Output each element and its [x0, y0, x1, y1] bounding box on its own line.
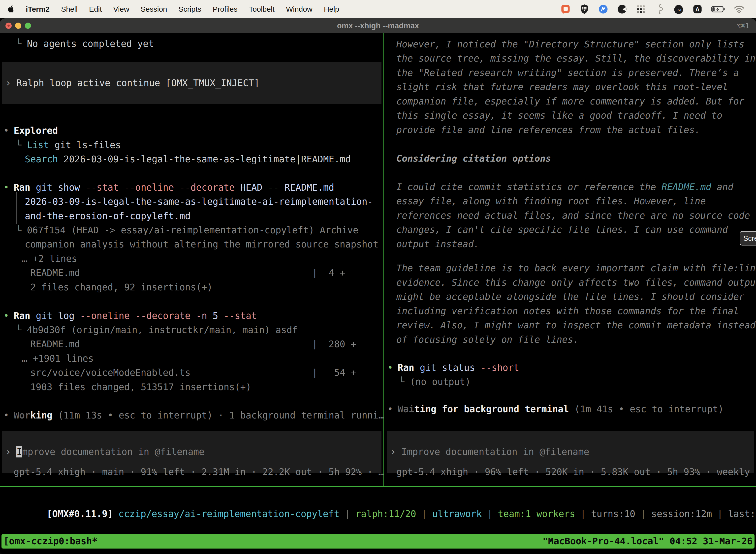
blue-badge-icon[interactable]: [598, 4, 609, 15]
git-log-more-lines: … +1901 lines: [22, 351, 94, 366]
iterm-window: omx --xhigh --madmax ⌥⌘1 └ No agents com…: [0, 18, 756, 554]
prompt-placeholder: Improve documentation in @filename: [401, 447, 589, 457]
ran-git-log-command: •Ran git log --oneline --decorate -n 5 -…: [3, 309, 257, 323]
git-log-output-line: └ 4b9d30f (origin/main, instructkr/main,…: [16, 323, 298, 337]
git-show-output-line: └ 067f154 (HEAD -> essay/ai-reimplementa…: [16, 223, 359, 237]
reasoning-text-line: evidence. Since this change only affects…: [396, 276, 756, 290]
explored-list-line: └ List git ls-files: [16, 138, 121, 152]
shield-grid-icon[interactable]: [579, 4, 590, 15]
reasoning-text-line: review. Also, I might want to inspect th…: [396, 318, 756, 332]
menu-item-profiles[interactable]: Profiles: [212, 5, 237, 13]
readme-file-link[interactable]: README.md: [662, 182, 711, 192]
ran-git-show-command: •Ran git show --stat --oneline --decorat…: [3, 180, 334, 195]
queued-message-text: Ralph loop active continue [OMX_TMUX_INJ…: [16, 78, 259, 88]
apple-logo-icon[interactable]: [7, 4, 14, 15]
terminal-content: └ No agents completed yet › Ralph loop a…: [0, 33, 756, 554]
prompt-placeholder: mprove documentation in @filename: [22, 447, 204, 457]
git-show-more-lines: … +2 lines: [22, 252, 77, 266]
reasoning-text-line: references need actual files, and since …: [396, 209, 750, 223]
window-title-bar: omx --xhigh --madmax ⌥⌘1: [0, 18, 756, 33]
reasoning-heading: Considering citation options: [396, 151, 551, 166]
reasoning-text-line: essay file, along with finding root file…: [396, 194, 706, 208]
git-log-stat-line: README.md | 280 +: [30, 337, 356, 351]
dark-disc-icon[interactable]: [617, 4, 628, 15]
reasoning-text-line: companion file, especially if more comme…: [396, 94, 744, 108]
queued-message-box-left[interactable]: › Ralph loop active continue [OMX_TMUX_I…: [2, 62, 381, 104]
reasoning-text-line: including verification notes with those …: [396, 304, 739, 318]
tmux-host-clock: "MacBook-Pro-44.local" 04:52 31-Mar-26: [543, 534, 753, 549]
omx-branch-path: cczip/essay/ai-reimplementation-copyleft: [119, 509, 339, 519]
omx-turns-counter: turns:10: [591, 509, 635, 519]
git-show-stat-line: README.md | 4 +: [30, 266, 345, 280]
explored-search-line: Search 2026-03-09-is-legal-the-same-as-l…: [25, 152, 351, 166]
screen-share-icon[interactable]: [560, 4, 571, 15]
prompt-chevron-icon: ›: [5, 78, 11, 88]
screen-sharing-tooltip: Scre: [740, 231, 756, 245]
window-title: omx --xhigh --madmax: [0, 18, 756, 33]
menu-item-window[interactable]: Window: [286, 5, 313, 13]
reasoning-text-line: the source tree, missing the essay. Stil…: [396, 51, 756, 65]
prompt-chevron-icon: ›: [390, 447, 396, 457]
tmux-status-bar: [omx-cczip0:bash* "MacBook-Pro-44.local"…: [1, 534, 755, 549]
prompt-chevron-icon: ›: [5, 447, 11, 457]
menu-item-view[interactable]: View: [113, 5, 129, 13]
reasoning-text-line: slight risk that future readers may over…: [396, 80, 728, 94]
omx-ultrawork-badge: ultrawork: [432, 509, 482, 519]
reasoning-text-line: I could cite commit statistics or refere…: [396, 180, 734, 194]
window-shortcut-badge: ⌥⌘1: [737, 18, 750, 33]
git-show-output-line: companion analysis without altering the …: [25, 237, 378, 252]
working-status-line: •Working (11m 13s • esc to interrupt) · …: [3, 408, 384, 423]
reasoning-text-line: However, I noticed the "Directory Struct…: [396, 37, 744, 51]
desktop-screen: iTerm2 Shell Edit View Session Scripts P…: [0, 0, 756, 554]
reasoning-text-line: output instead.: [396, 237, 479, 251]
command-continuation-line: and-the-erosion-of-copyleft.md: [25, 209, 190, 223]
reasoning-text-line: this single essay, it seems like a good …: [396, 108, 722, 123]
reasoning-text-line: the "Related research writing" section i…: [396, 66, 739, 80]
model-status-line-left: gpt-5.4 xhigh · main · 91% left · 2.31M …: [14, 465, 384, 479]
text-cursor: I: [16, 446, 22, 457]
git-show-summary-line: 2 files changed, 92 insertions(+): [30, 280, 212, 294]
svg-text:A: A: [695, 6, 700, 13]
omx-last-activity: last:5m ago: [728, 509, 756, 519]
menu-item-scripts[interactable]: Scripts: [179, 5, 201, 13]
menu-app-name[interactable]: iTerm2: [26, 5, 50, 13]
tmux-vertical-divider[interactable]: [383, 33, 384, 486]
letter-a-tile-icon[interactable]: A: [692, 4, 703, 15]
tree-guide-line: [16, 192, 17, 224]
menu-item-toolbelt[interactable]: Toolbelt: [249, 5, 274, 13]
reasoning-text-line: The team guideline is to back every impo…: [396, 261, 756, 275]
git-log-summary-line: 1903 files changed, 513517 insertions(+): [30, 380, 251, 394]
tooltip-text: Scre: [743, 234, 756, 242]
tmux-pane-right[interactable]: However, I noticed the "Directory Struct…: [385, 33, 756, 486]
squiggle-icon[interactable]: [654, 4, 665, 15]
git-status-output-line: └ (no output): [399, 375, 471, 389]
ran-git-status-command: •Ran git status --short: [387, 361, 519, 375]
explored-header: •Explored: [3, 124, 58, 138]
battery-percent-text: ..61: [675, 8, 682, 12]
model-status-line-right: gpt-5.4 xhigh · 96% left · 520K in · 5.8…: [396, 465, 756, 479]
dots-grid-icon[interactable]: [635, 4, 646, 15]
no-agents-line: └ No agents completed yet: [16, 37, 154, 51]
command-continuation-line: 2026-03-09-is-legal-the-same-as-legitima…: [25, 195, 373, 209]
battery-icon[interactable]: [711, 4, 726, 15]
menu-item-session[interactable]: Session: [141, 5, 167, 13]
menu-item-shell[interactable]: Shell: [61, 5, 78, 13]
reasoning-text-line: might be acceptable alongside the file l…: [396, 290, 744, 304]
menu-item-edit[interactable]: Edit: [89, 5, 102, 13]
reasoning-text-line: changes, I can't cite specific file line…: [396, 223, 728, 237]
reasoning-text-line: of focusing solely on file lines.: [396, 333, 579, 347]
reasoning-text-line: provide file and line references from th…: [396, 123, 700, 137]
omx-ralph-counter: ralph:11/20: [356, 509, 416, 519]
omx-session-time: session:12m: [651, 509, 712, 519]
wifi-icon[interactable]: [734, 4, 745, 15]
tmux-horizontal-divider[interactable]: [0, 486, 756, 487]
tmux-session-window[interactable]: [omx-cczip0:bash*: [3, 534, 98, 549]
omx-team-workers: team:1 workers: [498, 509, 575, 519]
tmux-pane-left[interactable]: └ No agents completed yet › Ralph loop a…: [0, 33, 383, 486]
git-log-stat-line: src/voice/voiceModeEnabled.ts | 54 +: [30, 366, 356, 380]
waiting-status-line: •Waiting for background terminal (1m 41s…: [387, 402, 724, 416]
omx-version-badge: [OMX#0.11.9]: [47, 509, 113, 519]
omx-status-line: [OMX#0.11.9]cczip/essay/ai-reimplementat…: [2, 493, 756, 507]
menu-item-help[interactable]: Help: [324, 5, 339, 13]
battery-percent-disc-icon[interactable]: ..61: [673, 4, 684, 15]
